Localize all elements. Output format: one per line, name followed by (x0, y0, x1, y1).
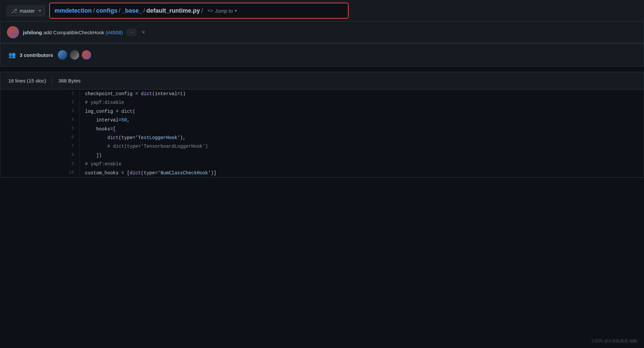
code-fn: dict (141, 91, 152, 96)
branch-chevron-icon: ▾ (39, 8, 41, 13)
commit-message: jshilong add CompatibleCheckHook (#4508) (23, 30, 123, 35)
table-row: 4 interval=50, (0, 116, 644, 124)
line-number-6[interactable]: 6 (0, 133, 80, 142)
code-container: 1 checkpoint_config = dict(interval=1) 2… (0, 89, 644, 178)
contributor-avatar-1[interactable] (57, 50, 68, 60)
branch-label: master (20, 8, 35, 14)
contributors-count[interactable]: 3 contributors (20, 52, 53, 58)
code-comment: # yapf:disable (85, 100, 124, 105)
code-icon: <> (208, 8, 213, 13)
breadcrumb-sep-2: / (119, 7, 120, 14)
code-fn: dict (130, 170, 141, 176)
code-param: interval (96, 117, 118, 123)
contributor-avatar-2[interactable] (69, 50, 80, 60)
top-bar: ⎇ master ▾ mmdetection / configs / _base… (0, 0, 644, 22)
code-var: checkpoint_config (85, 91, 133, 96)
code-param: type (121, 135, 133, 140)
line-number-2[interactable]: 2 (0, 98, 80, 107)
file-size: 368 Bytes (59, 78, 81, 84)
avatar-image (7, 26, 19, 38)
line-content-4: interval=50, (80, 116, 644, 124)
line-number-7[interactable]: 7 (0, 142, 80, 151)
line-content-7: # dict(type='TensorboardLoggerHook') (80, 142, 644, 151)
code-comment: # yapf:enable (85, 161, 121, 167)
line-content-6: dict(type='TextLoggerHook'), (80, 133, 644, 142)
contributor-avatar-3[interactable] (81, 50, 92, 60)
line-number-5[interactable]: 5 (0, 125, 80, 133)
avatar (7, 26, 19, 38)
line-content-2: # yapf:disable (80, 98, 644, 107)
table-row: 5 hooks=[ (0, 125, 644, 133)
breadcrumb-sep-1: / (93, 7, 95, 14)
commit-pr-link[interactable]: (#4508) (105, 30, 123, 35)
jump-to-section[interactable]: <> Jump to ▾ (208, 8, 237, 14)
table-row: 10 custom_hooks = [dict(type='NumClassCh… (0, 169, 644, 177)
line-content-10: custom_hooks = [dict(type='NumClassCheck… (80, 169, 644, 177)
breadcrumb-base[interactable]: _base_ (122, 7, 142, 14)
contributors-icon: 👥 (8, 51, 16, 59)
breadcrumb-configs[interactable]: configs (96, 7, 117, 14)
code-str: 'TextLoggerHook' (135, 135, 180, 140)
table-row: 6 dict(type='TextLoggerHook'), (0, 133, 644, 142)
table-row: 1 checkpoint_config = dict(interval=1) (0, 89, 644, 98)
breadcrumb-filename[interactable]: default_runtime.py (146, 7, 200, 14)
breadcrumb-sep-4: / (201, 7, 203, 14)
code-comment: # dict(type='TensorboardLoggerHook') (107, 144, 208, 149)
code-var: custom_hooks (85, 170, 119, 176)
file-info-bar: 16 lines (15 sloc) | 368 Bytes (0, 72, 644, 89)
line-number-3[interactable]: 3 (0, 107, 80, 116)
breadcrumb-sep-3: / (143, 7, 145, 14)
line-number-8[interactable]: 8 (0, 151, 80, 160)
commit-action: add CompatibleCheckHook (44, 30, 106, 35)
code-num: 50 (121, 117, 127, 123)
code-var: log_config (85, 109, 113, 114)
branch-icon: ⎇ (11, 8, 17, 14)
code-table: 1 checkpoint_config = dict(interval=1) 2… (0, 89, 644, 177)
line-number-4[interactable]: 4 (0, 116, 80, 124)
file-lines: 16 lines (15 sloc) (8, 78, 46, 84)
line-number-9[interactable]: 9 (0, 160, 80, 168)
code-param: interval (155, 91, 177, 96)
contributors-bar: 👥 3 contributors (0, 43, 644, 67)
jump-to-label: Jump to (215, 8, 233, 14)
line-content-5: hooks=[ (80, 125, 644, 133)
table-row: 7 # dict(type='TensorboardLoggerHook') (0, 142, 644, 151)
contributor-avatars (57, 50, 92, 60)
file-info-separator: | (51, 77, 53, 85)
commit-dots-button[interactable]: ··· (127, 29, 136, 36)
commit-username[interactable]: jshilong (23, 30, 42, 35)
code-param: type (144, 170, 155, 176)
line-content-9: # yapf:enable (80, 160, 644, 168)
line-number-10[interactable]: 10 (0, 169, 80, 177)
code-str: 'NumClassCheckHook' (158, 170, 211, 176)
jump-to-chevron-icon: ▾ (235, 8, 237, 13)
line-content-8: ]) (80, 151, 644, 160)
branch-selector[interactable]: ⎇ master ▾ (7, 5, 45, 16)
commit-close-button[interactable]: × (142, 29, 145, 36)
breadcrumb-container: mmdetection / configs / _base_ / default… (49, 3, 349, 19)
watermark: CSDN @计算机视觉-杨帆 (591, 338, 637, 344)
table-row: 8 ]) (0, 151, 644, 160)
breadcrumb-mmdetection[interactable]: mmdetection (55, 7, 92, 14)
line-number-1[interactable]: 1 (0, 89, 80, 98)
line-content-1: checkpoint_config = dict(interval=1) (80, 89, 644, 98)
code-num: 1 (180, 91, 183, 96)
commit-bar: jshilong add CompatibleCheckHook (#4508)… (0, 22, 644, 43)
table-row: 9 # yapf:enable (0, 160, 644, 168)
line-content-3: log_config = dict( (80, 107, 644, 116)
table-row: 3 log_config = dict( (0, 107, 644, 116)
table-row: 2 # yapf:disable (0, 98, 644, 107)
code-fn: dict (121, 109, 133, 114)
code-fn: dict (107, 135, 119, 140)
code-param: hooks (96, 126, 110, 132)
